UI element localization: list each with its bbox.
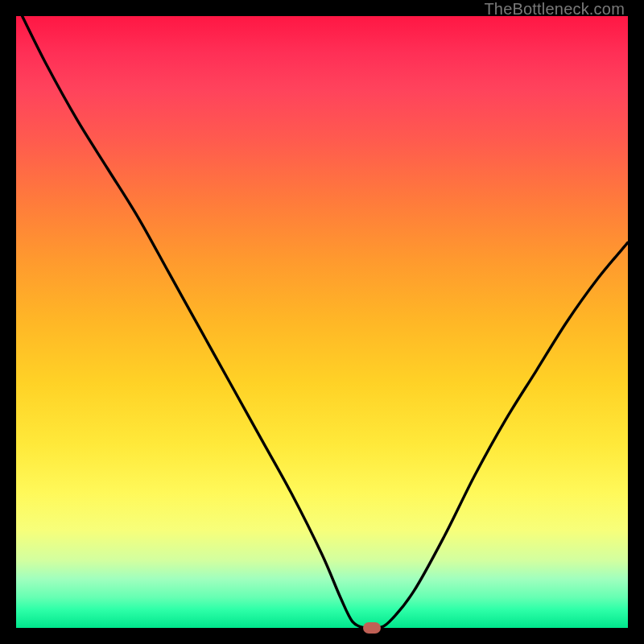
curve-path [23, 16, 628, 628]
plot-area [16, 16, 628, 628]
bottleneck-curve [16, 16, 628, 628]
optimal-marker [363, 622, 381, 634]
chart-frame: TheBottleneck.com [0, 0, 644, 644]
